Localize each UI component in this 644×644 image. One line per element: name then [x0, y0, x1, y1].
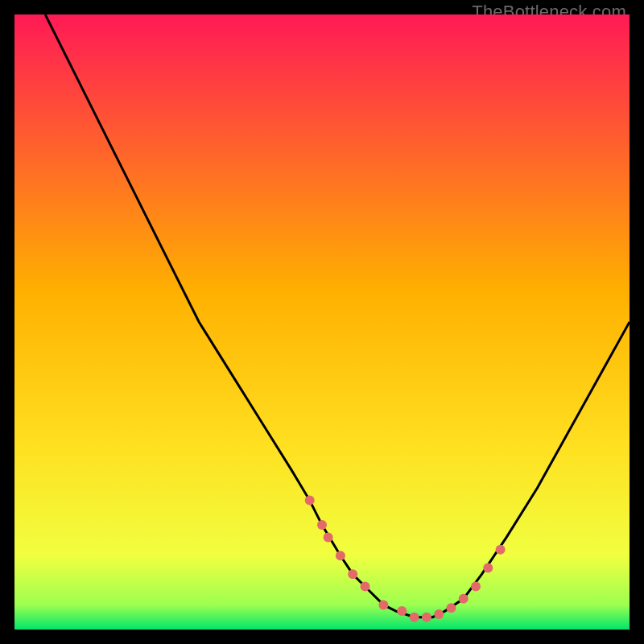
highlight-dot: [378, 600, 388, 609]
highlight-dot: [422, 613, 431, 622]
highlight-dot: [324, 532, 333, 542]
highlight-dot: [483, 564, 493, 573]
highlight-dot: [361, 582, 370, 592]
highlight-dot: [410, 613, 419, 622]
chart-frame: [14, 14, 630, 630]
highlight-dot: [397, 606, 407, 616]
highlight-dot: [336, 551, 345, 560]
highlight-dot: [348, 569, 357, 579]
highlight-dot: [459, 594, 469, 604]
highlight-dot: [305, 496, 315, 506]
highlight-dot: [471, 582, 481, 592]
highlight-dot: [446, 603, 456, 613]
highlight-dot: [434, 609, 444, 619]
highlight-dot: [496, 545, 506, 555]
bottleneck-chart: [14, 14, 630, 630]
gradient-background: [14, 14, 630, 630]
highlight-dot: [317, 520, 327, 530]
